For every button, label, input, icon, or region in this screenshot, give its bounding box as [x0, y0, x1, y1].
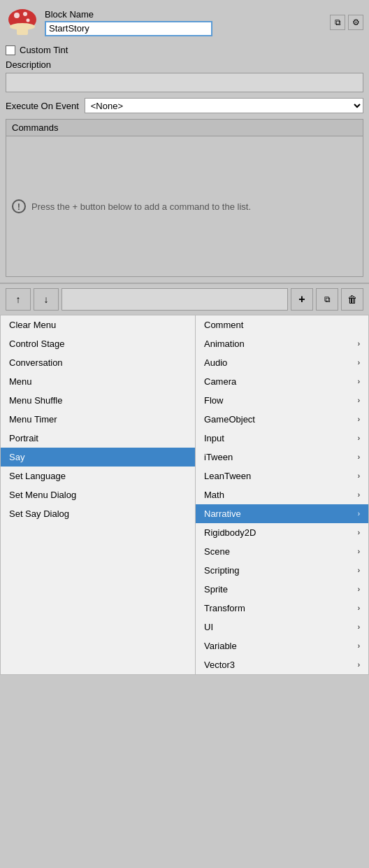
header-icons: ⧉ ⚙ [330, 15, 363, 30]
menu-item-label: Variable [204, 641, 237, 651]
narrative-submenu-item[interactable]: Menu [1, 372, 195, 391]
settings-icon-btn[interactable]: ⚙ [348, 15, 363, 30]
header-row: Block Name ⧉ ⚙ [6, 6, 363, 39]
menu-item-label: Scene [204, 546, 230, 557]
top-panel: Block Name ⧉ ⚙ Custom Tint Description E… [0, 0, 369, 283]
chevron-right-icon: › [358, 434, 360, 442]
narrative-submenu-item[interactable]: Clear Menu [1, 315, 195, 334]
main-menu-item[interactable]: UI› [196, 618, 368, 636]
commands-body: ! Press the + button below to add a comm… [6, 136, 363, 276]
menu-item-label: LeanTween [204, 471, 251, 481]
svg-point-5 [10, 23, 35, 30]
execute-on-event-label: Execute On Event [6, 101, 79, 111]
menu-item-label: Math [204, 490, 224, 500]
menu-item-label: Comment [204, 320, 243, 330]
chevron-right-icon: › [358, 397, 360, 404]
chevron-right-icon: › [358, 661, 360, 669]
main-menu-item[interactable]: GameObject› [196, 410, 368, 429]
copy-icon-btn[interactable]: ⧉ [330, 15, 345, 30]
narrative-submenu-item[interactable]: Menu Timer [1, 410, 195, 429]
narrative-submenu-item[interactable]: Portrait [1, 429, 195, 448]
commands-section: Commands ! Press the + button below to a… [6, 119, 363, 277]
main-menu-item[interactable]: Variable› [196, 636, 368, 655]
move-down-button[interactable]: ↓ [34, 288, 59, 311]
main-menu-item[interactable]: Math› [196, 485, 368, 504]
menu-item-label: Flow [204, 395, 223, 406]
narrative-submenu-item[interactable]: Set Language [1, 467, 195, 485]
main-menu-item[interactable]: Sprite› [196, 580, 368, 599]
narrative-submenu: Clear MenuControl StageConversationMenuM… [0, 315, 196, 675]
commands-hint: Press the + button below to add a comman… [31, 201, 251, 212]
execute-row: Execute On Event <None> [6, 98, 363, 113]
narrative-submenu-item[interactable]: Control Stage [1, 334, 195, 353]
main-menu-item[interactable]: Scripting› [196, 561, 368, 580]
menu-item-label: Narrative [204, 508, 241, 519]
delete-command-button[interactable]: 🗑 [341, 288, 363, 311]
move-up-button[interactable]: ↑ [6, 288, 31, 311]
chevron-right-icon: › [358, 623, 360, 631]
chevron-right-icon: › [358, 415, 360, 423]
menu-item-label: Rigidbody2D [204, 527, 256, 538]
description-input[interactable] [6, 73, 363, 92]
menu-item-label: GameObject [204, 414, 255, 425]
plus-icon: + [298, 293, 305, 306]
menu-item-label: iTween [204, 452, 233, 462]
menu-item-label: Input [204, 433, 224, 443]
copy-command-button[interactable]: ⧉ [316, 288, 338, 311]
chevron-right-icon: › [358, 585, 360, 593]
chevron-right-icon: › [358, 510, 360, 518]
menu-item-label: Scripting [204, 565, 240, 576]
menu-item-label: Audio [204, 357, 227, 368]
chevron-right-icon: › [358, 529, 360, 536]
main-menu-item[interactable]: Transform› [196, 599, 368, 618]
svg-point-3 [27, 19, 30, 22]
main-menu-item[interactable]: Input› [196, 429, 368, 448]
chevron-right-icon: › [358, 567, 360, 574]
narrative-submenu-item[interactable]: Say [1, 448, 195, 467]
chevron-right-icon: › [358, 472, 360, 480]
menu-item-label: Camera [204, 376, 236, 387]
add-command-button[interactable]: + [291, 288, 313, 311]
chevron-right-icon: › [358, 491, 360, 499]
svg-point-2 [23, 12, 27, 16]
narrative-submenu-item[interactable]: Set Menu Dialog [1, 485, 195, 504]
menu-item-label: Vector3 [204, 660, 235, 670]
command-search-input[interactable] [62, 288, 288, 311]
down-arrow-icon: ↓ [44, 294, 49, 305]
chevron-right-icon: › [358, 604, 360, 612]
menu-item-label: Sprite [204, 584, 228, 595]
bottom-toolbar: ↑ ↓ + ⧉ 🗑 [0, 283, 369, 315]
block-name-label: Block Name [45, 9, 330, 20]
narrative-submenu-item[interactable]: Menu Shuffle [1, 391, 195, 410]
main-menu-item[interactable]: LeanTween› [196, 467, 368, 485]
main-menu-item[interactable]: iTween› [196, 448, 368, 467]
trash-icon: 🗑 [347, 294, 357, 305]
main-menu-item[interactable]: Flow› [196, 391, 368, 410]
chevron-right-icon: › [358, 548, 360, 555]
custom-tint-checkbox[interactable] [6, 45, 15, 55]
narrative-submenu-item[interactable]: Set Say Dialog [1, 504, 195, 523]
menu-item-label: Transform [204, 603, 245, 613]
description-label: Description [6, 59, 363, 70]
main-command-menu: CommentAnimation›Audio›Camera›Flow›GameO… [196, 315, 369, 675]
main-menu-item[interactable]: Audio› [196, 353, 368, 372]
mushroom-icon [6, 6, 39, 39]
custom-tint-row: Custom Tint [6, 45, 363, 55]
main-menu-item[interactable]: Animation› [196, 334, 368, 353]
main-menu-item[interactable]: Narrative› [196, 504, 368, 523]
chevron-right-icon: › [358, 453, 360, 461]
custom-tint-label: Custom Tint [20, 45, 68, 55]
block-name-input[interactable] [45, 21, 212, 36]
copy-icon: ⧉ [324, 294, 331, 304]
execute-on-event-select[interactable]: <None> [85, 98, 363, 113]
main-menu-item[interactable]: Comment [196, 315, 368, 334]
main-menu-item[interactable]: Camera› [196, 372, 368, 391]
menu-item-label: UI [204, 622, 213, 632]
commands-header: Commands [6, 120, 363, 136]
narrative-submenu-item[interactable]: Conversation [1, 353, 195, 372]
main-menu-item[interactable]: Rigidbody2D› [196, 523, 368, 542]
chevron-right-icon: › [358, 340, 360, 348]
main-menu-item[interactable]: Scene› [196, 542, 368, 561]
chevron-right-icon: › [358, 378, 360, 385]
main-menu-item[interactable]: Vector3› [196, 655, 368, 674]
